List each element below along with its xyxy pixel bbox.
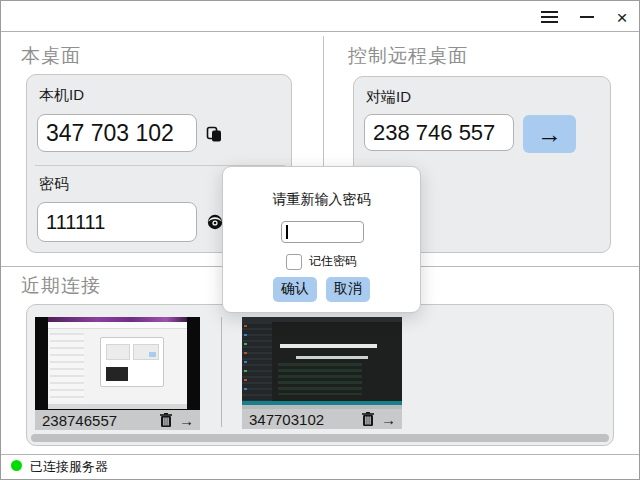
connection-status-text: 已连接服务器 <box>30 458 108 476</box>
thumbnail-bar: 238746557 → <box>35 410 200 430</box>
statusbar-divider <box>1 454 640 455</box>
confirm-button[interactable]: 确认 <box>273 277 317 302</box>
app-window: × 本桌面 本机ID 347 703 102 密码 111111 控制远程桌面 <box>0 0 640 480</box>
recent-id-label: 347703102 <box>242 411 362 428</box>
trash-icon <box>362 412 374 426</box>
title-bar: × <box>1 1 639 32</box>
recent-item-347703102[interactable]: 347703102 → <box>242 317 402 429</box>
recent-connections-card: 238746557 → <box>26 304 614 446</box>
close-icon: × <box>616 8 627 27</box>
delete-recent-button[interactable] <box>362 412 374 426</box>
remember-password-label: 记住密码 <box>309 253 357 270</box>
trash-icon <box>160 413 172 427</box>
connect-arrow-icon: → <box>537 120 562 149</box>
cancel-button[interactable]: 取消 <box>326 277 370 302</box>
connect-recent-button[interactable]: → <box>179 413 194 428</box>
thumbnail-preview <box>242 317 402 409</box>
peer-id-label: 对端ID <box>366 88 411 107</box>
menu-button[interactable] <box>538 6 560 28</box>
dialog-password-input[interactable] <box>281 221 364 243</box>
thumbnail-preview <box>35 317 200 410</box>
connect-recent-button[interactable]: → <box>381 412 396 427</box>
close-button[interactable]: × <box>611 6 633 28</box>
delete-recent-button[interactable] <box>160 413 172 427</box>
copy-icon <box>206 126 223 143</box>
password-label: 密码 <box>39 175 69 194</box>
recent-id-label: 238746557 <box>35 412 160 429</box>
thumbnail-bar: 347703102 → <box>242 409 402 429</box>
recent-item-238746557[interactable]: 238746557 → <box>35 317 200 430</box>
text-caret <box>286 225 288 239</box>
connect-button[interactable]: → <box>523 115 576 153</box>
remote-desktop-heading: 控制远程桌面 <box>348 43 468 69</box>
password-dialog: 请重新输入密码 记住密码 确认 取消 <box>222 166 421 313</box>
minimize-icon <box>580 16 594 18</box>
peer-id-field[interactable]: 238 746 557 <box>364 114 514 151</box>
connection-status-icon <box>11 460 22 471</box>
password-field[interactable]: 111111 <box>37 202 197 242</box>
horizontal-scrollbar[interactable] <box>31 434 609 442</box>
hamburger-icon <box>541 11 558 23</box>
dialog-title: 请重新输入密码 <box>223 191 420 209</box>
minimize-button[interactable] <box>576 6 598 28</box>
remember-password-checkbox[interactable] <box>286 254 302 270</box>
local-desktop-heading: 本桌面 <box>21 43 81 69</box>
copy-id-button[interactable] <box>203 123 225 145</box>
recent-connections-heading: 近期连接 <box>21 273 101 299</box>
local-id-field[interactable]: 347 703 102 <box>37 114 197 152</box>
local-id-label: 本机ID <box>39 86 84 105</box>
thumbnail-divider <box>221 317 222 427</box>
